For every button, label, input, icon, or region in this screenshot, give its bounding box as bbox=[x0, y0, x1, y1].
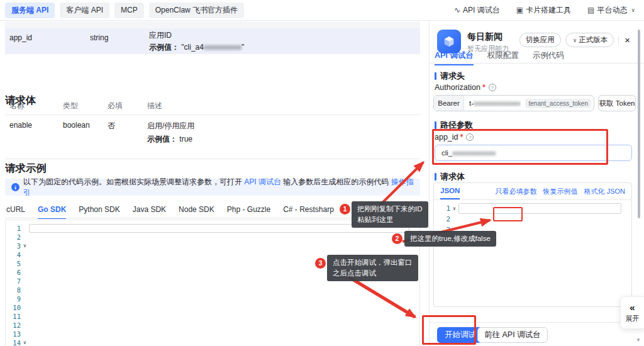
json-editor-link[interactable]: 恢复示例值 bbox=[543, 187, 578, 196]
get-token-button[interactable]: 获取 Token bbox=[598, 95, 636, 111]
topnav-tab[interactable]: MCP bbox=[114, 3, 144, 18]
fold-icon[interactable] bbox=[21, 250, 29, 259]
scrollbar-thumb[interactable] bbox=[638, 30, 640, 218]
fold-icon[interactable] bbox=[21, 286, 29, 294]
code-line: 13 // 以下示例代码默认根据文档示例值填充，如果存在代码问题，请在 API … bbox=[6, 330, 419, 338]
scroll-down-icon[interactable]: ▼ bbox=[636, 337, 641, 343]
param-name: app_id bbox=[9, 33, 32, 42]
line-number: 2 bbox=[434, 214, 450, 225]
code-line: 1 package main bbox=[6, 224, 419, 233]
fold-icon[interactable] bbox=[21, 312, 29, 321]
json-line: 1 { bbox=[434, 203, 631, 214]
field-desc: 启用/停用应用 bbox=[147, 121, 194, 131]
code-line-content: // 以下示例代码默认根据文档示例值填充，如果存在代码问题，请在 API 调试台… bbox=[29, 330, 419, 338]
fold-icon[interactable] bbox=[21, 330, 29, 338]
fold-icon[interactable] bbox=[21, 268, 29, 277]
json-editor-link[interactable]: 格式化 JSON bbox=[584, 187, 625, 196]
column-header: 名称 bbox=[9, 101, 25, 111]
json-line: 2 "enable": true bbox=[434, 214, 631, 225]
json-editor[interactable]: 1 { 2 "enable": true bbox=[434, 200, 631, 235]
code-language-tab[interactable]: Go SDK bbox=[38, 205, 66, 219]
topnav-link[interactable]: API 调试台 bbox=[454, 5, 504, 16]
expand-panel-button[interactable]: « 展开 bbox=[620, 296, 644, 329]
fold-icon[interactable] bbox=[21, 294, 29, 303]
authorization-input[interactable]: Bearer t-xxxxxxxxxxxxx tenant_access_tok… bbox=[433, 95, 594, 111]
switch-app-button[interactable]: 切换应用 bbox=[519, 33, 561, 47]
code-language-tab[interactable]: cURL bbox=[6, 205, 25, 219]
field-required: 否 bbox=[108, 121, 115, 131]
code-line-content: "github.com/larksuite/oapi-sdk-go/v3" bbox=[29, 268, 419, 277]
code-line: 2 bbox=[6, 233, 419, 242]
topnav-link-label: 平台动态 bbox=[597, 5, 627, 16]
token-value[interactable]: t-xxxxxxxxxxxxx bbox=[464, 99, 521, 107]
code-line-content: // 复制该 Demo 后，需要将 "YOUR_APP_ID", "YOUR_A… bbox=[29, 321, 419, 330]
code-line-content bbox=[29, 303, 419, 312]
panel-header-buttons: 切换应用 ∨ 正式版本 × bbox=[519, 33, 631, 47]
fold-icon[interactable] bbox=[21, 277, 29, 286]
double-chevron-left-icon: « bbox=[630, 303, 635, 312]
code-line: 9 ) bbox=[6, 294, 419, 303]
code-line: 10 bbox=[6, 303, 419, 312]
column-header: 描述 bbox=[147, 101, 162, 111]
fold-icon[interactable] bbox=[21, 303, 29, 312]
code-line: 7 "github.com/larksuite/oapi-sdk-go/v3/c… bbox=[6, 277, 419, 286]
fold-icon[interactable] bbox=[21, 321, 29, 330]
code-language-tab[interactable]: Java SDK bbox=[133, 205, 166, 219]
code-line-content bbox=[29, 233, 419, 242]
goto-api-console-button[interactable]: 前往 API 调试台 bbox=[477, 327, 548, 343]
topnav-link-icon bbox=[587, 6, 594, 14]
info-icon bbox=[11, 183, 19, 191]
topnav-tab[interactable]: OpenClaw 飞书官方插件 bbox=[149, 3, 244, 18]
param-example: 示例值： "cli_a4xxxxxxxxxx" bbox=[149, 42, 244, 53]
close-icon[interactable]: × bbox=[623, 35, 631, 45]
line-number: 5 bbox=[6, 259, 21, 268]
fold-icon[interactable] bbox=[21, 242, 29, 250]
version-select[interactable]: ∨ 正式版本 bbox=[565, 33, 614, 47]
fold-icon[interactable] bbox=[450, 214, 458, 225]
redacted-text: xxxxxxxxxxxx bbox=[452, 149, 496, 157]
code-language-tab[interactable]: C# - Restsharp bbox=[283, 205, 334, 219]
request-example-heading: 请求示例 bbox=[5, 162, 47, 176]
code-line-content: package main bbox=[29, 224, 409, 233]
code-editor[interactable]: 1 package main 2 3 bbox=[5, 220, 420, 346]
param-desc: 应用ID bbox=[149, 30, 172, 41]
line-number: 1 bbox=[6, 224, 21, 233]
code-language-tab[interactable]: Python SDK bbox=[79, 205, 119, 219]
code-line-content: import ( bbox=[29, 242, 419, 250]
info-banner-text: 以下为固定的代码示例。如需根据实际场景调整请求参数，可打开 API 调试台 输入… bbox=[23, 177, 414, 198]
banner-segment[interactable]: 输入参数后生成相应的示例代码 bbox=[281, 177, 391, 186]
app-id-input[interactable]: cli_xxxxxxxxxxxx bbox=[435, 145, 632, 161]
request-header-section-label: 请求头 bbox=[435, 70, 465, 82]
code-line: 6 "github.com/larksuite/oapi-sdk-go/v3" bbox=[6, 268, 419, 277]
field-type: boolean bbox=[63, 121, 90, 130]
json-tab[interactable]: JSON bbox=[440, 183, 460, 199]
code-language-tab[interactable]: Node SDK bbox=[179, 205, 214, 219]
fold-icon[interactable] bbox=[21, 224, 29, 233]
app-name: 每日新闻 bbox=[467, 31, 502, 43]
topnav-tab[interactable]: 服务端 API bbox=[5, 3, 55, 18]
banner-segment[interactable]: 以下为固定的代码示例。如需根据实际场景调整请求参数，可打开 bbox=[23, 177, 244, 186]
topnav-link[interactable]: 卡片搭建工具 bbox=[516, 5, 575, 16]
chevron-down-icon: ∨ bbox=[573, 37, 577, 43]
line-number: 13 bbox=[6, 330, 21, 338]
topnav-link[interactable]: 平台动态 ∨ bbox=[587, 5, 635, 16]
fold-icon[interactable] bbox=[450, 225, 458, 235]
line-number: 12 bbox=[6, 321, 21, 330]
code-language-tabs: cURL Go SDK Python SDK Java SDK Node SDK… bbox=[6, 205, 334, 219]
topnav-tab[interactable]: 客户端 API bbox=[60, 3, 109, 18]
code-language-tab[interactable]: Php - Guzzle bbox=[227, 205, 270, 219]
divider bbox=[5, 159, 420, 159]
json-editor-link[interactable]: 只看必填参数 bbox=[496, 187, 537, 196]
fold-icon[interactable] bbox=[21, 233, 29, 242]
help-icon[interactable] bbox=[466, 133, 474, 141]
bearer-prefix: Bearer bbox=[434, 96, 464, 111]
start-debug-button[interactable]: 开始调试 bbox=[437, 327, 484, 343]
token-type-badge: tenant_access_token bbox=[525, 99, 591, 108]
page: 服务端 API 客户端 API MCP OpenClaw 飞书官方插件 API … bbox=[0, 0, 644, 346]
help-icon[interactable] bbox=[489, 84, 496, 91]
code-line: 4 "context" bbox=[6, 250, 419, 259]
fold-icon[interactable] bbox=[21, 338, 29, 346]
fold-icon[interactable] bbox=[450, 203, 458, 214]
fold-icon[interactable] bbox=[21, 259, 29, 268]
banner-segment[interactable]: API 调试台 bbox=[244, 177, 281, 186]
